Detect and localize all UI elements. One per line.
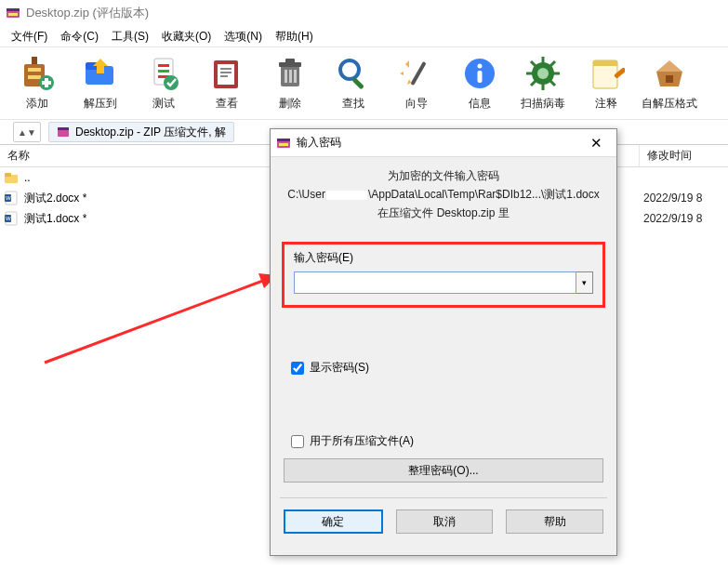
svg-rect-30	[410, 61, 426, 86]
password-dialog: 输入密码 ✕ 为加密的文件输入密码 C:\User\AppData\Local\…	[270, 128, 617, 556]
add-icon	[19, 55, 56, 92]
svg-rect-13	[158, 64, 169, 67]
updown-button[interactable]: ▲▼	[13, 122, 41, 142]
svg-rect-14	[158, 70, 169, 73]
close-button[interactable]: ✕	[577, 130, 615, 156]
svg-text:W: W	[6, 216, 11, 221]
menu-file[interactable]: 文件(F)	[6, 27, 53, 46]
password-input[interactable]	[294, 271, 576, 294]
sfx-button[interactable]: 自解压格式	[638, 49, 701, 118]
view-button[interactable]: 查看	[195, 49, 258, 118]
svg-rect-19	[220, 68, 232, 70]
wizard-icon	[398, 55, 435, 92]
svg-rect-21	[220, 75, 228, 77]
svg-rect-49	[58, 127, 69, 130]
path-obscured	[325, 190, 368, 201]
svg-rect-33	[478, 71, 483, 83]
info-icon	[461, 55, 498, 92]
menu-favorites[interactable]: 收藏夹(O)	[156, 27, 217, 46]
cancel-button[interactable]: 取消	[396, 509, 494, 534]
view-icon	[208, 55, 245, 92]
annotation-arrow	[35, 260, 286, 372]
test-button[interactable]: 测试	[132, 49, 195, 118]
wizard-button[interactable]: 向导	[385, 49, 448, 118]
col-date[interactable]: 修改时间	[640, 148, 728, 164]
svg-rect-27	[294, 70, 297, 83]
extract-icon	[82, 55, 119, 92]
docx-icon: W	[4, 191, 19, 205]
archive-tab[interactable]: Desktop.zip - ZIP 压缩文件, 解	[48, 122, 234, 142]
path-prefix: C:\User	[287, 188, 325, 201]
menu-help[interactable]: 帮助(H)	[270, 27, 319, 46]
organize-passwords-button[interactable]: 整理密码(O)...	[284, 458, 603, 483]
all-archives-checkbox[interactable]: 用于所有压缩文件(A)	[291, 433, 596, 449]
svg-rect-51	[5, 173, 11, 177]
dialog-titlebar: 输入密码 ✕	[271, 129, 616, 157]
svg-rect-25	[285, 70, 287, 83]
svg-rect-1	[7, 8, 20, 11]
comment-button[interactable]: 注释	[575, 49, 638, 118]
menu-tools[interactable]: 工具(S)	[106, 27, 154, 46]
svg-rect-2	[8, 13, 18, 16]
add-button[interactable]: 添加	[6, 49, 69, 118]
help-button[interactable]: 帮助	[506, 509, 603, 534]
dialog-path: C:\User\AppData\Local\Temp\Rar$DIb12...\…	[287, 187, 600, 203]
comment-icon	[588, 55, 625, 92]
svg-rect-20	[220, 72, 232, 73]
find-button[interactable]: 查找	[322, 49, 385, 118]
password-dropdown[interactable]: ▾	[576, 271, 593, 294]
winrar-icon	[276, 136, 291, 151]
delete-icon	[271, 55, 309, 92]
toolbar: 添加 解压到 测试 查看 删除 查找 向导 信息 扫描病毒 注释 自解压格式	[0, 46, 728, 119]
svg-rect-62	[279, 143, 288, 146]
add-label: 添加	[26, 96, 48, 112]
archive-icon	[57, 126, 70, 139]
test-label: 测试	[152, 96, 175, 112]
svg-rect-24	[285, 59, 295, 63]
svg-point-28	[340, 60, 359, 79]
password-label: 输入密码(E)	[294, 250, 593, 266]
svg-text:W: W	[6, 195, 11, 201]
show-password-label: 显示密码(S)	[310, 360, 369, 376]
svg-point-32	[478, 64, 483, 69]
delete-label: 删除	[279, 96, 301, 112]
svg-rect-45	[593, 60, 617, 66]
menu-command[interactable]: 命令(C)	[55, 27, 104, 46]
password-box: 输入密码(E) ▾	[282, 242, 605, 308]
menubar: 文件(F) 命令(C) 工具(S) 收藏夹(O) 选项(N) 帮助(H)	[0, 26, 728, 46]
virusscan-button[interactable]: 扫描病毒	[511, 49, 575, 118]
file-date: 2022/9/19 8	[636, 192, 702, 205]
dialog-body: 为加密的文件输入密码 C:\User\AppData\Local\Temp\Ra…	[271, 157, 616, 221]
all-archives-check[interactable]	[291, 435, 304, 448]
find-label: 查找	[342, 96, 364, 112]
show-password-checkbox[interactable]: 显示密码(S)	[291, 360, 596, 376]
path-suffix: \AppData\Local\Temp\Rar$DIb12...\测试1.doc…	[368, 188, 600, 201]
virusscan-icon	[524, 55, 562, 92]
svg-rect-18	[218, 64, 234, 85]
svg-rect-29	[351, 77, 364, 89]
delete-button[interactable]: 删除	[258, 49, 322, 118]
view-label: 查看	[216, 96, 238, 112]
show-password-check[interactable]	[291, 362, 304, 375]
window-title: Desktop.zip (评估版本)	[26, 5, 149, 21]
extract-label: 解压到	[84, 96, 117, 112]
menu-options[interactable]: 选项(N)	[218, 27, 268, 46]
svg-rect-4	[32, 57, 37, 64]
svg-point-35	[537, 68, 549, 79]
svg-line-41	[549, 80, 555, 86]
ok-button[interactable]: 确定	[284, 509, 383, 534]
titlebar: Desktop.zip (评估版本)	[0, 0, 728, 26]
wizard-label: 向导	[405, 96, 428, 112]
info-button[interactable]: 信息	[448, 49, 511, 118]
svg-rect-9	[42, 81, 51, 85]
svg-rect-47	[666, 75, 673, 83]
extract-button[interactable]: 解压到	[69, 49, 132, 118]
svg-line-40	[531, 61, 536, 67]
archive-tab-label: Desktop.zip - ZIP 压缩文件, 解	[75, 125, 226, 140]
test-icon	[145, 55, 182, 92]
info-label: 信息	[469, 96, 491, 112]
all-archives-label: 用于所有压缩文件(A)	[310, 433, 414, 449]
svg-line-42	[549, 61, 555, 67]
svg-rect-61	[277, 139, 290, 141]
sfx-label: 自解压格式	[642, 96, 697, 112]
